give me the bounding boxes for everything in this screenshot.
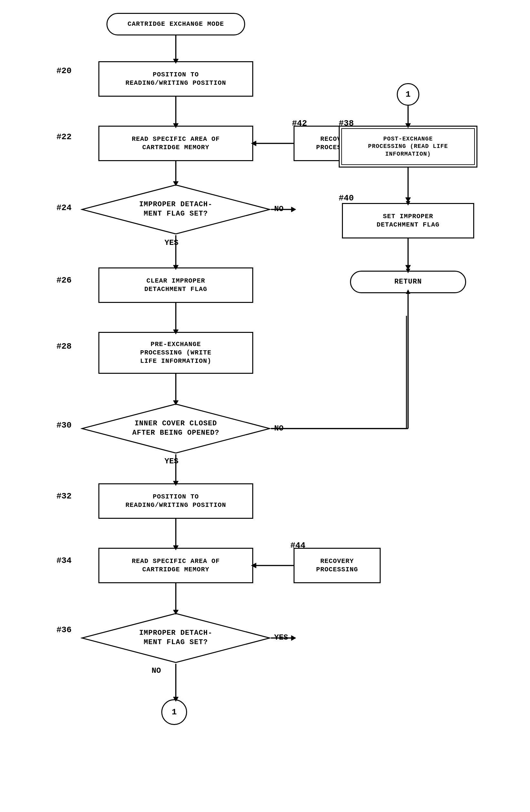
node-28: PRE-EXCHANGEPROCESSING (WRITELIFE INFORM…: [98, 332, 253, 374]
step-label-28: #28: [56, 342, 72, 351]
node-44: RECOVERYPROCESSING: [294, 548, 381, 583]
no-label-36: NO: [152, 666, 161, 675]
step-label-26: #26: [56, 276, 72, 285]
step-label-40: #40: [339, 193, 354, 203]
circle-1-top: 1: [397, 83, 419, 106]
node-30: INNER COVER CLOSEDAFTER BEING OPENED?: [81, 403, 271, 454]
step-label-22: #22: [56, 132, 72, 142]
no-label-30: NO: [274, 424, 283, 433]
yes-label-30: YES: [165, 457, 178, 466]
step-label-36: #36: [56, 625, 72, 635]
no-label-24: NO: [274, 205, 283, 213]
circle-1-bottom: 1: [161, 699, 187, 725]
return-node: RETURN: [350, 271, 466, 293]
svg-marker-21: [291, 207, 296, 212]
svg-marker-63: [292, 207, 296, 212]
svg-marker-36: [405, 265, 410, 270]
node-36: IMPROPER DETACH-MENT FLAG SET?: [81, 612, 271, 664]
svg-marker-67: [292, 636, 296, 640]
step-label-34: #34: [56, 556, 72, 566]
node-40: SET IMPROPERDETACHMENT FLAG: [342, 203, 474, 238]
node-32: POSITION TOREADING/WRITING POSITION: [98, 483, 253, 519]
step-label-32: #32: [56, 491, 72, 501]
step-label-30: #30: [56, 420, 72, 430]
node-20: POSITION TOREADING/WRITING POSITION: [98, 61, 253, 97]
node-38: POST-EXCHANGEPROCESSING (READ LIFEINFORM…: [339, 126, 477, 168]
start-node: CARTRIDGE EXCHANGE MODE: [107, 13, 245, 35]
node-22: READ SPECIFIC AREA OFCARTRIDGE MEMORY: [98, 126, 253, 161]
node-26: CLEAR IMPROPERDETACHMENT FLAG: [98, 267, 253, 303]
yes-label-36: YES: [274, 633, 288, 642]
step-label-24: #24: [56, 203, 72, 213]
flowchart: CARTRIDGE EXCHANGE MODE #20 POSITION TOR…: [0, 0, 530, 812]
node-34: READ SPECIFIC AREA OFCARTRIDGE MEMORY: [98, 548, 253, 583]
svg-marker-34: [405, 198, 410, 202]
node-24: IMPROPER DETACH-MENT FLAG SET?: [81, 184, 271, 235]
svg-marker-27: [291, 635, 296, 641]
yes-label-24: YES: [165, 238, 178, 247]
step-label-20: #20: [56, 66, 72, 76]
